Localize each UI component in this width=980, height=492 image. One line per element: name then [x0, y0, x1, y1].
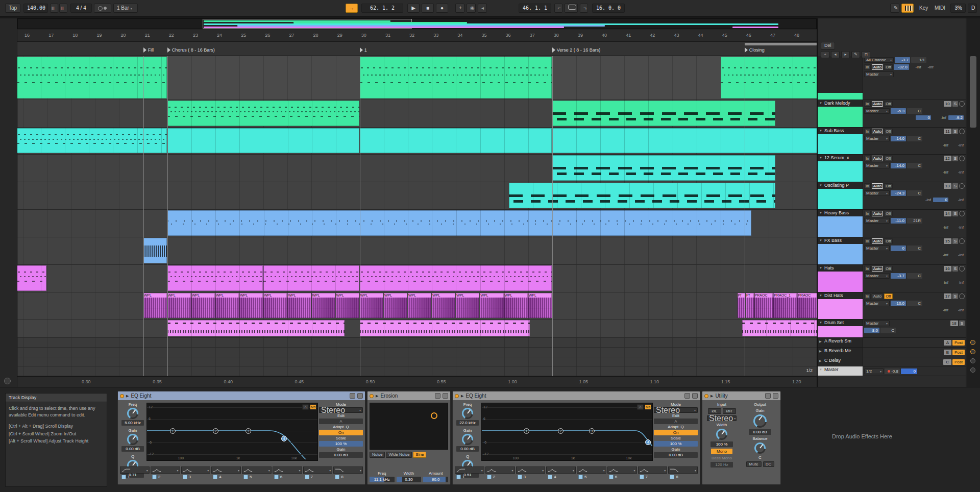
track-lane-drum-set[interactable]: [17, 319, 817, 338]
track-name-cell[interactable]: ▼Heavy Bass: [818, 210, 863, 237]
param-value[interactable]: 0.30: [397, 477, 422, 482]
clip[interactable]: WPL: [504, 293, 528, 318]
clip[interactable]: [263, 265, 359, 291]
arm-button[interactable]: [959, 293, 965, 299]
device-activator-button[interactable]: [370, 394, 374, 398]
monitor-in-button[interactable]: In: [864, 293, 871, 299]
eq-band-slot[interactable]: ▾1: [120, 466, 150, 483]
clip[interactable]: WPL: [456, 293, 479, 318]
device-eq-eight[interactable]: ▶EQ EightFreq5.00 kHzGain0.00 dBQ0.71126…: [117, 391, 365, 485]
mode-noise-button[interactable]: Noise: [370, 452, 385, 458]
monitor-off-button[interactable]: Off: [884, 101, 893, 107]
track-lane-dist-hats[interactable]: WPLWPLWPLWPLWPLWPLWPLWPLWPLWPLWPLWPLWPLW…: [17, 292, 817, 319]
track-name-cell[interactable]: ▼Sub Bass: [818, 128, 863, 154]
send-value[interactable]: -inf: [950, 170, 964, 175]
track-name-cell[interactable]: ▼Drum Set: [818, 319, 863, 337]
clip[interactable]: [742, 320, 817, 336]
eq-band-slot[interactable]: ▾7: [638, 466, 668, 483]
automation-re-enable-button[interactable]: ◉: [467, 4, 476, 13]
pan-field[interactable]: C: [907, 301, 922, 306]
clip[interactable]: [360, 320, 530, 336]
fold-icon[interactable]: ▶: [819, 349, 822, 353]
track-name-cell[interactable]: [818, 56, 863, 100]
bar-number[interactable]: 26: [265, 33, 270, 38]
clip[interactable]: WPL: [432, 293, 455, 318]
pan-field[interactable]: C: [907, 136, 922, 141]
knob-value[interactable]: 22.0 kHz: [456, 420, 479, 426]
band-activator-checkbox[interactable]: [487, 475, 492, 479]
monitor-off-button[interactable]: Off: [884, 129, 893, 134]
fold-icon[interactable]: ▼: [819, 239, 822, 242]
eq-band-slot[interactable]: ▾1: [455, 466, 484, 483]
clip[interactable]: [721, 57, 817, 99]
mute-button[interactable]: Mute: [746, 461, 762, 467]
volume-field[interactable]: -8.0: [864, 328, 879, 333]
key-map-button[interactable]: Key: [916, 4, 932, 13]
eq-band-slot[interactable]: ▾8: [333, 466, 363, 483]
track-lane-sub-bass[interactable]: [17, 128, 817, 155]
time-ruler[interactable]: 0:300:350:400:450:500:551:001:051:101:15…: [17, 376, 817, 387]
fold-icon[interactable]: ▼: [819, 321, 822, 324]
mode-sine-button[interactable]: Sine: [413, 452, 426, 458]
monitor-in-button[interactable]: In: [864, 64, 871, 70]
tap-tempo-button[interactable]: Tap: [5, 4, 20, 13]
eq-band-slot[interactable]: ▾2: [485, 466, 515, 483]
solo-button[interactable]: S: [952, 266, 958, 272]
monitor-auto-button[interactable]: Auto: [872, 64, 883, 70]
clip[interactable]: WPL: [336, 293, 359, 318]
time-signature-field[interactable]: 4 / 4: [70, 4, 92, 13]
master-out-select[interactable]: 1/2▾: [864, 368, 884, 374]
volume-field[interactable]: 0: [891, 245, 906, 251]
track-name-cell[interactable]: ▼FX Bass: [818, 237, 863, 264]
track-lane-dark-melody[interactable]: [17, 100, 817, 128]
solo-button[interactable]: S: [952, 211, 958, 216]
clip[interactable]: WPL: [360, 293, 383, 318]
monitor-in-button[interactable]: In: [864, 156, 871, 161]
mid-side-toggle[interactable]: Ms: [310, 404, 316, 410]
output-routing-select[interactable]: Master▾: [864, 108, 890, 114]
track-header[interactable]: ▼12 Serum_xInAutoOff12SMaster▾-14.0C-inf…: [818, 155, 966, 182]
eq-band-slot[interactable]: ▾5: [242, 466, 272, 483]
track-lane-b-reverb-me[interactable]: [17, 348, 817, 357]
solo-button[interactable]: S: [952, 129, 958, 134]
locator-flag[interactable]: Verse 2 ( 8 - 16 Bars): [552, 46, 601, 53]
bar-number[interactable]: 34: [457, 33, 462, 38]
filter-type-select[interactable]: ▾: [151, 466, 180, 474]
send-value[interactable]: -inf: [918, 198, 931, 202]
pre-post-toggle[interactable]: Post: [952, 359, 965, 365]
clip[interactable]: PRAOC_1: [773, 293, 797, 318]
clip[interactable]: [167, 210, 751, 236]
arm-button[interactable]: [959, 129, 965, 134]
monitor-off-button[interactable]: Off: [884, 156, 893, 161]
track-header[interactable]: ▼Dark MelodyInAutoOff10SMaster▾-5.3C0-in…: [818, 100, 966, 128]
track-header[interactable]: ▼Dist HatsInAutoOff17SMaster▾-10.0C-inf-…: [818, 292, 966, 319]
device-title-bar[interactable]: ▶Erosion: [368, 391, 450, 400]
device-title-bar[interactable]: ▶EQ Eight: [118, 391, 365, 400]
pre-post-toggle[interactable]: Post: [952, 340, 965, 346]
master-indicator[interactable]: [970, 367, 975, 373]
output-routing-select[interactable]: Master▾: [864, 163, 890, 168]
save-preset-icon[interactable]: [692, 393, 698, 399]
clip[interactable]: [17, 265, 46, 291]
track-lane-a-reverb-sm[interactable]: [17, 338, 817, 348]
pan-field[interactable]: C: [907, 273, 922, 279]
info-view-toggle[interactable]: [4, 378, 11, 384]
send-value[interactable]: 0: [916, 115, 931, 120]
clip[interactable]: [17, 128, 167, 153]
track-lane-heavy-bass[interactable]: [17, 210, 817, 237]
output-routing-select[interactable]: Master▾: [864, 190, 890, 196]
band-activator-checkbox[interactable]: [609, 475, 614, 479]
volume-field[interactable]: -11.0: [891, 218, 906, 224]
monitor-off-button[interactable]: Off: [884, 183, 893, 189]
monitor-auto-button[interactable]: Auto: [872, 293, 883, 299]
mode-wide-noise-button[interactable]: Wide Noise: [386, 452, 412, 458]
output-routing-select[interactable]: Master▾: [864, 273, 890, 279]
fold-icon[interactable]: ▼: [819, 129, 822, 132]
save-preset-icon[interactable]: [443, 393, 448, 399]
track-header[interactable]: ▼Drum SetMaster▾18S-8.0C: [818, 319, 966, 338]
band-activator-checkbox[interactable]: [213, 475, 217, 479]
clip[interactable]: [17, 57, 167, 99]
filter-type-select[interactable]: ▾: [546, 466, 576, 474]
arm-button[interactable]: [959, 238, 965, 244]
clip[interactable]: [167, 128, 359, 153]
